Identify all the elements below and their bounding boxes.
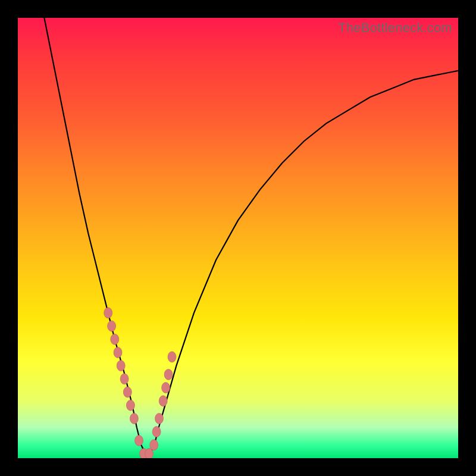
highlight-dot <box>104 308 112 318</box>
highlight-dot <box>168 352 176 362</box>
highlight-dot <box>155 413 164 424</box>
highlight-dot <box>126 400 134 411</box>
highlighted-dots-group <box>104 308 176 458</box>
highlight-dot <box>164 369 173 380</box>
highlight-dot <box>130 413 138 424</box>
highlight-dot <box>135 435 143 446</box>
highlight-dot <box>114 347 122 358</box>
highlight-dot <box>123 387 131 397</box>
highlight-dot <box>159 396 167 406</box>
highlight-dot <box>162 383 170 393</box>
bottleneck-curve-line <box>44 18 458 454</box>
highlight-dot <box>152 427 161 437</box>
highlight-dot <box>111 334 119 345</box>
highlight-dot <box>117 361 125 371</box>
highlight-dot <box>150 440 158 450</box>
highlight-dot <box>108 321 116 331</box>
bottleneck-chart-svg <box>18 18 458 458</box>
highlight-dot <box>120 374 129 384</box>
chart-plot-area: TheBottleneck.com <box>18 18 458 458</box>
